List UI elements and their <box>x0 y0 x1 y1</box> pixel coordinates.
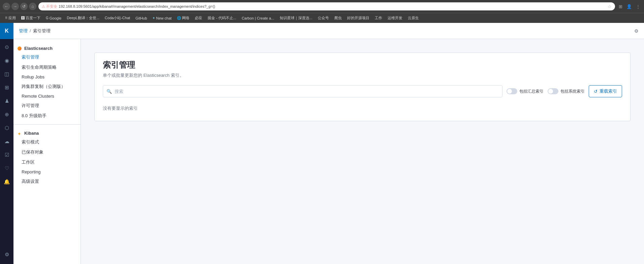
include-system-toggle-group: 包括系统索引 <box>548 88 585 94</box>
nav-item-lifecycle-policy[interactable]: 索引生命周期策略 <box>13 62 81 72</box>
nav-icon-infra[interactable]: ☁ <box>0 135 13 148</box>
nav-icon-clock[interactable]: ⊙ <box>0 40 13 54</box>
bookmark-devops[interactable]: 运维开发 <box>385 15 405 21</box>
bookmark-coda[interactable]: Coda小站-Chat <box>102 15 132 21</box>
include-rollup-toggle-group: 包括汇总索引 <box>507 88 544 94</box>
url-bar[interactable]: ⚠ 不安全 192.168.8.109:5601/app/kibana#/man… <box>38 2 615 10</box>
elasticsearch-section-header: Elasticsearch <box>13 43 81 52</box>
bookmark-cloudnative[interactable]: 云原生 <box>405 15 421 21</box>
icon-sidebar: K ⊙ ◉ ◫ ⊞ ♟ ⊕ ⬡ ☁ ☑ ♡ 🔔 ⚙ <box>0 23 13 264</box>
network-icon: 🌐 <box>177 16 181 20</box>
kibana-logo-icon: K <box>5 28 9 34</box>
nav-icon-dashboard[interactable]: ⊞ <box>0 81 13 94</box>
nav-icon-canvas[interactable]: ♟ <box>0 94 13 108</box>
nav-item-workspaces[interactable]: 工作区 <box>13 157 81 167</box>
nav-item-index-management[interactable]: 索引管理 <box>13 52 81 62</box>
nav-icon-discover[interactable]: ◉ <box>0 54 13 67</box>
app-body: K ⊙ ◉ ◫ ⊞ ♟ ⊕ ⬡ ☁ ☑ ♡ 🔔 ⚙ 管理 / 索引管理 <box>0 23 644 264</box>
nav-item-upgrade-assistant[interactable]: 8.0 升级助手 <box>13 111 81 121</box>
nav-item-remote-clusters[interactable]: Remote Clusters <box>13 92 81 101</box>
nav-icon-maps[interactable]: ⊕ <box>0 108 13 121</box>
reload-browser-button[interactable]: ↺ <box>20 3 28 10</box>
bookmark-deepl[interactable]: DeepL翻译：全世... <box>64 15 102 21</box>
kibana-section-label: Kibana <box>24 131 39 136</box>
left-nav: Elasticsearch 索引管理 索引生命周期策略 Rollup Jobs <box>13 39 81 264</box>
elasticsearch-section-label: Elasticsearch <box>24 46 53 51</box>
browser-action-icons: ⊞ 👤 ⋮ <box>617 3 641 10</box>
bookmark-bing[interactable]: 必应 <box>192 15 205 21</box>
google-icon: G <box>46 16 49 20</box>
extension-icon[interactable]: ⊞ <box>617 3 624 10</box>
nav-icon-ml[interactable]: ⬡ <box>0 121 13 135</box>
top-header: 管理 / 索引管理 ⚙ <box>13 23 644 39</box>
bookmark-baidu[interactable]: 🅱 百度一下 <box>19 15 43 21</box>
bookmarks-bar: ⠿ 应用 🅱 百度一下 G Google DeepL翻译：全世... Coda小… <box>0 13 644 23</box>
baidu-icon: 🅱 <box>21 16 25 20</box>
browser-chrome: ← → ↺ ⌂ ⚠ 不安全 192.168.8.109:5601/app/kib… <box>0 0 644 13</box>
bookmark-carbon[interactable]: Carbon | Create a... <box>239 15 276 21</box>
profile-icon[interactable]: 👤 <box>626 3 633 10</box>
main-panel: 管理 / 索引管理 ⚙ Elasticsearch <box>13 23 644 264</box>
bookmark-mp[interactable]: 公众号 <box>315 15 331 21</box>
nav-icon-settings[interactable]: ⚙ <box>0 248 13 261</box>
kibana-section-header: Kibana <box>13 128 81 137</box>
kibana-logo[interactable]: K <box>0 23 13 39</box>
include-system-label: 包括系统索引 <box>560 89 585 94</box>
include-system-toggle[interactable] <box>548 88 558 94</box>
breadcrumb-separator: / <box>30 28 31 33</box>
reload-icon: ↺ <box>594 89 597 94</box>
main-area: Elasticsearch 索引管理 索引生命周期策略 Rollup Jobs <box>13 39 644 264</box>
nav-icon-uptime[interactable]: ♡ <box>0 162 13 175</box>
nav-icon-siem[interactable]: 🔔 <box>0 175 13 189</box>
nav-item-saved-objects[interactable]: 已保存对象 <box>13 147 81 157</box>
elasticsearch-icon <box>18 46 22 51</box>
breadcrumb-parent-link[interactable]: 管理 <box>19 28 28 34</box>
nav-item-reporting[interactable]: Reporting <box>13 167 81 176</box>
bookmark-network[interactable]: 🌐 网络 <box>175 15 192 21</box>
bookmark-opensource[interactable]: 好的开源项目 <box>345 15 372 21</box>
search-input[interactable] <box>115 89 499 94</box>
search-bar-container[interactable]: 🔍 <box>103 85 502 97</box>
nav-item-advanced-settings[interactable]: 高级设置 <box>13 176 81 187</box>
kibana-section-icon <box>18 131 22 135</box>
nav-item-license-management[interactable]: 许可管理 <box>13 101 81 111</box>
apps-icon: ⠿ <box>5 16 7 20</box>
nav-item-rollup-jobs[interactable]: Rollup Jobs <box>13 72 81 81</box>
app-root: ← → ↺ ⌂ ⚠ 不安全 192.168.8.109:5601/app/kib… <box>0 0 644 264</box>
bookmark-google[interactable]: G Google <box>43 15 64 21</box>
breadcrumb-current: 索引管理 <box>33 28 51 34</box>
nav-item-index-patterns[interactable]: 索引模式 <box>13 137 81 147</box>
page-title: 索引管理 <box>103 60 622 70</box>
bookmark-star-icon[interactable]: ☆ <box>608 4 612 9</box>
reload-button-label: 重载索引 <box>600 88 617 94</box>
bookmark-github[interactable]: GitHub <box>133 15 149 21</box>
browser-nav-buttons: ← → ↺ ⌂ <box>3 3 36 10</box>
menu-icon[interactable]: ⋮ <box>635 3 641 10</box>
bookmark-work[interactable]: 工作 <box>372 15 385 21</box>
back-button[interactable]: ← <box>3 3 10 10</box>
nav-icon-visualize[interactable]: ◫ <box>0 67 13 81</box>
bookmark-apps[interactable]: ⠿ 应用 <box>3 15 18 21</box>
nav-item-cross-cluster[interactable]: 跨集群复制（公测版） <box>13 81 81 92</box>
toolbar-row: 🔍 包括汇总索引 包括系统索引 <box>103 85 622 97</box>
bookmark-newchat[interactable]: ✦ New chat <box>150 15 174 21</box>
security-warning: ⚠ 不安全 <box>42 4 57 9</box>
breadcrumb: 管理 / 索引管理 <box>19 28 51 34</box>
reload-indices-button[interactable]: ↺ 重载索引 <box>589 85 622 97</box>
content-card: 索引管理 单个或批量更新您的 Elasticsearch 索引。 🔍 包括汇总索… <box>94 53 631 121</box>
bookmark-crawler[interactable]: 爬虫 <box>332 15 344 21</box>
empty-state-message: 没有要显示的索引 <box>103 103 622 114</box>
search-icon: 🔍 <box>106 89 112 94</box>
header-settings-icon[interactable]: ⚙ <box>634 28 639 34</box>
nav-icon-apm[interactable]: ☑ <box>0 148 13 162</box>
bookmark-zsxq[interactable]: 知识星球｜深度连... <box>277 15 315 21</box>
include-rollup-label: 包括汇总索引 <box>519 89 544 94</box>
home-button[interactable]: ⌂ <box>29 3 36 10</box>
forward-button[interactable]: → <box>11 3 19 10</box>
include-rollup-toggle[interactable] <box>507 88 517 94</box>
page-subtitle: 单个或批量更新您的 Elasticsearch 索引。 <box>103 72 622 78</box>
nav-section-divider <box>13 124 81 125</box>
bookmark-juejin[interactable]: 掘金 - 代码不止... <box>205 15 239 21</box>
url-text: 192.168.8.109:5601/app/kibana#/managemen… <box>59 4 606 8</box>
newchat-icon: ✦ <box>152 16 155 20</box>
